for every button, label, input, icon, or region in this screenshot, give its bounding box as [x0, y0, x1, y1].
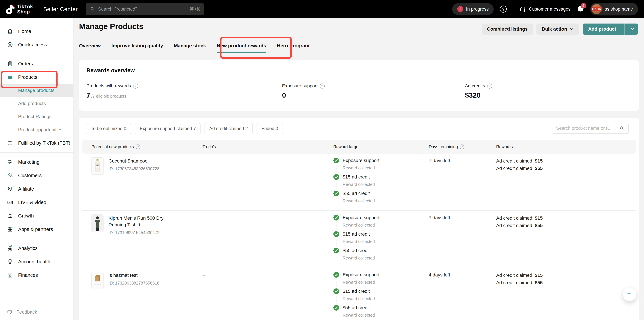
ai-assistant-button[interactable] [623, 288, 636, 301]
step-label: $55 ad credit [343, 304, 380, 311]
product-search-input[interactable] [556, 125, 617, 131]
header-divider [38, 5, 38, 13]
tab-overview[interactable]: Overview [79, 43, 101, 53]
sidebar-item-account-health[interactable]: Account health [0, 255, 73, 268]
product-thumbnail [92, 272, 104, 289]
sidebar-nav: Home Quick access Orders Products Manage… [0, 18, 74, 320]
sidebar-item-products[interactable]: Products [0, 70, 73, 84]
days-remaining-cell: 4 days left [429, 272, 450, 278]
customer-messages-button[interactable]: Customer messages [519, 6, 570, 13]
help-icon[interactable] [500, 6, 507, 13]
bulk-action-button[interactable]: Bulk action [536, 24, 579, 35]
trophy-icon [7, 258, 14, 265]
logo-word-tiktok: TikTok [17, 4, 33, 9]
feedback-button[interactable]: Feedback [7, 309, 37, 315]
combined-listings-label: Combined listings [487, 26, 528, 32]
sidebar-item-apps-partners[interactable]: Apps & partners [0, 223, 73, 236]
reward-claimed-amount: $55 [535, 280, 543, 285]
add-product-label: Add product [582, 24, 622, 35]
days-remaining-cell: 7 days left [429, 215, 450, 221]
page-title: Manage Products [79, 22, 143, 31]
sidebar-label-home: Home [18, 29, 31, 34]
tab-manage-stock[interactable]: Manage stock [174, 43, 206, 53]
rewards-overview-card: Rewards overview Products with rewards 7… [79, 60, 639, 111]
reward-claimed-amount: $15 [535, 216, 543, 221]
app-name: Seller Center [43, 6, 78, 13]
filter-chip-to-be-optimized[interactable]: To be optimized 0 [86, 123, 131, 134]
sidebar-item-customers[interactable]: Customers [0, 169, 73, 182]
affiliate-icon [7, 186, 14, 192]
step-status: Reward collected [343, 296, 380, 301]
tiktok-shop-logo[interactable]: TikTok Shop [6, 4, 33, 14]
sidebar-item-manage-products[interactable]: Manage products [0, 84, 73, 97]
filter-chip-exposure-support-claimed[interactable]: Exposure support claimed 7 [135, 123, 201, 134]
add-product-button[interactable]: Add product [582, 24, 638, 35]
product-cell[interactable]: Kiprun Men's Run 500 Dry Running T-shirt… [92, 214, 181, 235]
help-icon[interactable] [136, 144, 140, 149]
sidebar-label-apps-partners: Apps & partners [18, 227, 53, 232]
add-product-dropdown-toggle[interactable] [627, 24, 638, 35]
button-split-divider [624, 24, 624, 35]
notifications-button[interactable]: 9 [576, 5, 584, 13]
product-id: ID: 1730673463926690728 [108, 167, 160, 171]
product-name[interactable]: Kiprun Men's Run 500 Dry Running T-shirt [108, 215, 181, 228]
step-status: Reward collected [343, 165, 380, 171]
sidebar-item-quick-access[interactable]: Quick access [0, 38, 73, 51]
reward-claimed-label: Ad credit claimed: [496, 166, 535, 171]
stat-label: Exposure support [282, 83, 318, 89]
tab-hero-program[interactable]: Hero Program [277, 43, 309, 53]
stat-value: 7 [86, 91, 90, 99]
global-search[interactable]: ⌘+K [86, 3, 204, 15]
help-icon[interactable] [320, 84, 325, 89]
reward-step: $15 ad credit Reward collected [333, 288, 380, 301]
search-shortcut: ⌘+K [190, 7, 200, 12]
step-status: Reward collected [343, 312, 380, 318]
products-bag-icon [7, 74, 14, 81]
shop-avatar-text: HAHA [592, 7, 602, 11]
product-search[interactable] [552, 123, 628, 134]
sidebar-item-home[interactable]: Home [0, 25, 73, 38]
feedback-label: Feedback [16, 309, 37, 315]
sidebar-label-customers: Customers [18, 173, 42, 178]
notification-count-badge: 9 [580, 3, 586, 9]
product-name[interactable]: Coconut Shampoo [108, 158, 160, 164]
sidebar-item-product-opportunities[interactable]: Product opportunities [0, 123, 73, 136]
tab-new-product-rewards[interactable]: New product rewards [217, 43, 266, 53]
stat-suffix: /7 eligible products [91, 94, 126, 99]
sidebar-item-marketing[interactable]: Marketing [0, 155, 73, 169]
sidebar-item-affiliate[interactable]: Affiliate [0, 182, 73, 196]
tab-improve-listing-quality[interactable]: Improve listing quality [112, 43, 163, 53]
sidebar-item-finances[interactable]: Finances [0, 268, 73, 282]
sidebar-item-add-products[interactable]: Add products [0, 97, 73, 110]
reward-claimed-label: Ad credit claimed: [496, 216, 535, 221]
global-search-input[interactable] [98, 7, 187, 12]
sidebar-item-fbt[interactable]: Fulfilled by TikTok (FBT) [0, 136, 73, 150]
help-icon[interactable] [460, 144, 464, 149]
rewards-table-card: To be optimized 0 Exposure support claim… [79, 118, 639, 320]
sidebar-item-analytics[interactable]: Analytics [0, 242, 73, 255]
sidebar-item-orders[interactable]: Orders [0, 57, 73, 70]
product-cell[interactable]: is hazmat test ID: 1732063882787656616 [92, 272, 160, 289]
analytics-bars-icon [7, 245, 14, 252]
reward-claimed-label: Ad credit claimed: [496, 158, 535, 164]
combined-listings-button[interactable]: Combined listings [482, 24, 533, 35]
product-name[interactable]: is hazmat test [108, 272, 160, 279]
shop-name: ss shop name [605, 7, 633, 12]
product-cell[interactable]: Coconut Shampoo ID: 1730673463926690728 [92, 157, 160, 175]
step-label: $55 ad credit [343, 190, 380, 197]
help-icon[interactable] [133, 84, 138, 89]
apps-grid-icon [7, 226, 14, 233]
in-progress-pill[interactable]: 2 In progress [452, 3, 494, 15]
shop-account-menu[interactable]: HAHA ss shop name [590, 3, 638, 16]
top-header: TikTok Shop Seller Center ⌘+K 2 In progr… [0, 0, 644, 18]
sidebar-item-growth[interactable]: Growth [0, 209, 73, 223]
sidebar-item-live-video[interactable]: LIVE & video [0, 196, 73, 209]
reward-claimed-label: Ad credit claimed: [496, 223, 535, 228]
clipboard-icon [7, 60, 14, 67]
filter-chip-ad-credit-claimed[interactable]: Ad credit claimed 2 [204, 123, 252, 134]
help-icon[interactable] [487, 84, 492, 89]
step-label: $55 ad credit [343, 247, 380, 254]
filter-chip-ended[interactable]: Ended 0 [256, 123, 283, 134]
tiktok-note-icon [6, 4, 15, 14]
sidebar-item-product-ratings[interactable]: Product Ratings [0, 110, 73, 123]
